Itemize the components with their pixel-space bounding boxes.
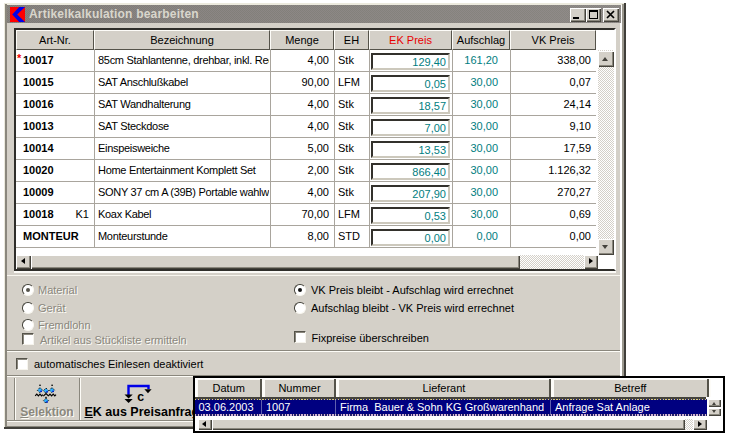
svg-text:C: C bbox=[137, 391, 144, 404]
